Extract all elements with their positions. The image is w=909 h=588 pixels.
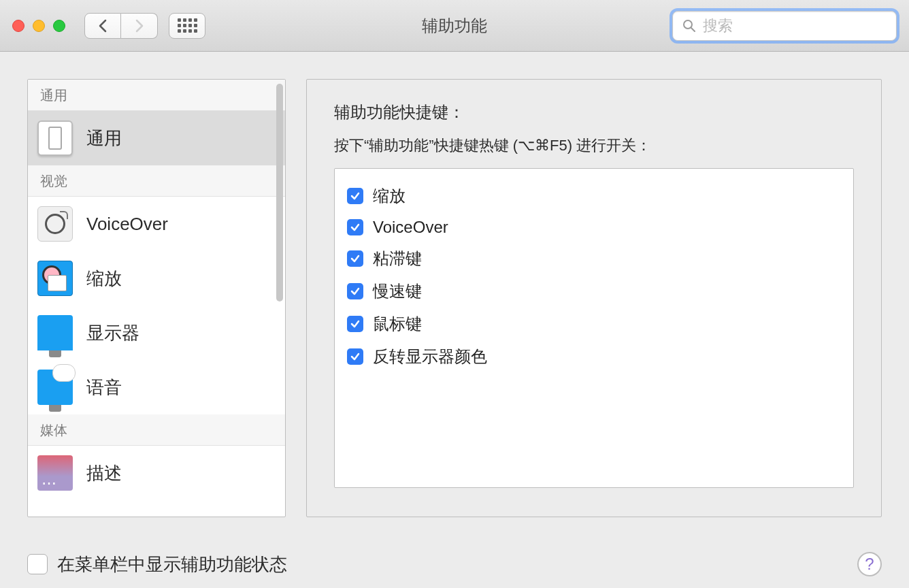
sidebar-item-label: 通用	[86, 127, 122, 150]
minimize-window-button[interactable]	[33, 20, 45, 32]
checkbox[interactable]	[347, 283, 363, 299]
shortcut-row[interactable]: 粘滞键	[347, 242, 841, 275]
speech-icon	[37, 370, 73, 405]
sidebar-item-label: 语音	[86, 376, 122, 399]
sidebar: 通用 通用 视觉 VoiceOver 缩放 显示器 语音 媒体	[27, 79, 286, 517]
svg-line-1	[691, 28, 695, 31]
shortcut-label: VoiceOver	[373, 218, 448, 237]
back-button[interactable]	[84, 13, 121, 39]
display-icon	[37, 315, 73, 350]
sidebar-item-label: VoiceOver	[86, 214, 168, 235]
shortcut-list: 缩放 VoiceOver 粘滞键 慢速键 鼠标键 反转显示器颜色	[334, 168, 854, 488]
check-icon	[350, 191, 361, 201]
grid-icon	[178, 18, 197, 33]
search-input[interactable]	[703, 17, 887, 35]
show-status-checkbox[interactable]	[27, 554, 48, 574]
shortcut-row[interactable]: 慢速键	[347, 275, 841, 308]
checkbox[interactable]	[347, 250, 363, 267]
chevron-right-icon	[135, 19, 144, 33]
show-all-button[interactable]	[169, 13, 205, 39]
shortcut-label: 鼠标键	[373, 313, 422, 335]
search-icon	[682, 19, 696, 33]
show-status-label: 在菜单栏中显示辅助功能状态	[57, 553, 287, 576]
sidebar-item-descriptions[interactable]: 描述	[28, 446, 285, 500]
shortcut-row[interactable]: 鼠标键	[347, 308, 841, 340]
general-icon	[37, 120, 73, 156]
svg-point-0	[684, 20, 692, 29]
help-icon: ?	[865, 555, 874, 574]
window-controls	[12, 20, 65, 32]
sidebar-item-label: 字幕	[86, 516, 122, 517]
shortcut-row[interactable]: 缩放	[347, 180, 841, 212]
voiceover-icon	[37, 206, 73, 242]
check-icon	[350, 253, 361, 264]
sidebar-item-label: 描述	[86, 461, 122, 485]
descriptions-icon	[37, 455, 73, 491]
panel-subtext: 按下“辅助功能”快捷键热键 (⌥⌘F5) 进行开关：	[334, 135, 854, 156]
sidebar-item-voiceover[interactable]: VoiceOver	[28, 197, 285, 251]
nav-group	[84, 13, 158, 39]
panel-heading: 辅助功能快捷键：	[334, 101, 854, 123]
shortcut-label: 粘滞键	[373, 248, 422, 270]
bottom-bar: 在菜单栏中显示辅助功能状态 ?	[0, 540, 909, 588]
shortcut-row[interactable]: VoiceOver	[347, 212, 841, 242]
sidebar-section-header: 媒体	[28, 414, 285, 446]
zoom-icon	[37, 261, 73, 296]
sidebar-section-header: 视觉	[28, 165, 285, 197]
sidebar-section-header: 通用	[28, 80, 285, 111]
content: 通用 通用 视觉 VoiceOver 缩放 显示器 语音 媒体	[0, 52, 909, 540]
check-icon	[350, 222, 361, 233]
shortcut-row[interactable]: 反转显示器颜色	[347, 340, 841, 373]
checkbox[interactable]	[347, 316, 363, 332]
forward-button[interactable]	[121, 13, 158, 39]
sidebar-item-general[interactable]: 通用	[28, 111, 285, 165]
sidebar-item-speech[interactable]: 语音	[28, 360, 285, 414]
shortcut-label: 反转显示器颜色	[373, 346, 487, 368]
check-icon	[350, 318, 361, 329]
help-button[interactable]: ?	[857, 552, 882, 576]
chevron-left-icon	[98, 19, 108, 33]
checkbox[interactable]	[347, 219, 363, 235]
main-panel: 辅助功能快捷键： 按下“辅助功能”快捷键热键 (⌥⌘F5) 进行开关： 缩放 V…	[306, 79, 882, 517]
checkbox[interactable]	[347, 348, 363, 365]
sidebar-item-label: 缩放	[86, 267, 122, 291]
close-window-button[interactable]	[12, 20, 24, 32]
titlebar: 辅助功能	[0, 0, 909, 52]
check-icon	[350, 351, 361, 362]
shortcut-label: 慢速键	[373, 280, 422, 302]
window-title: 辅助功能	[422, 15, 487, 37]
sidebar-item-subtitles[interactable]: 字幕	[28, 500, 285, 517]
search-field[interactable]	[672, 11, 897, 41]
sidebar-item-display[interactable]: 显示器	[28, 306, 285, 360]
checkbox[interactable]	[347, 188, 363, 204]
shortcut-label: 缩放	[373, 185, 406, 207]
check-icon	[350, 286, 361, 297]
sidebar-item-label: 显示器	[86, 321, 139, 345]
zoom-window-button[interactable]	[53, 20, 65, 32]
sidebar-item-zoom[interactable]: 缩放	[28, 251, 285, 306]
scrollbar[interactable]	[276, 84, 283, 301]
